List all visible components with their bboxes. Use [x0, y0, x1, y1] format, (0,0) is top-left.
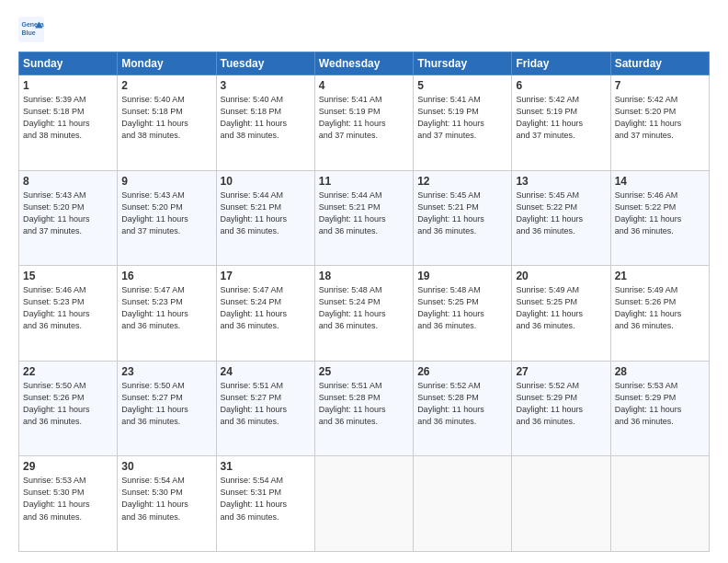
day-header-wednesday: Wednesday — [314, 52, 413, 75]
day-info: Sunrise: 5:52 AM Sunset: 5:28 PM Dayligh… — [417, 380, 507, 428]
day-number: 22 — [23, 365, 113, 378]
calendar-day-cell: 23Sunrise: 5:50 AM Sunset: 5:27 PM Dayli… — [118, 361, 216, 456]
day-info: Sunrise: 5:53 AM Sunset: 5:30 PM Dayligh… — [23, 475, 113, 523]
day-header-friday: Friday — [512, 52, 610, 75]
day-number: 9 — [121, 175, 211, 188]
day-info: Sunrise: 5:43 AM Sunset: 5:20 PM Dayligh… — [23, 190, 113, 237]
empty-cell — [610, 456, 709, 552]
day-header-monday: Monday — [118, 52, 216, 75]
header: General Blue — [18, 17, 710, 42]
day-header-tuesday: Tuesday — [216, 52, 314, 75]
calendar-day-cell: 30Sunrise: 5:54 AM Sunset: 5:30 PM Dayli… — [118, 456, 216, 552]
day-info: Sunrise: 5:51 AM Sunset: 5:27 PM Dayligh… — [221, 380, 311, 428]
day-number: 8 — [23, 175, 113, 188]
day-number: 1 — [23, 79, 113, 92]
calendar-day-cell: 25Sunrise: 5:51 AM Sunset: 5:28 PM Dayli… — [314, 361, 413, 456]
day-info: Sunrise: 5:50 AM Sunset: 5:26 PM Dayligh… — [23, 380, 113, 428]
calendar-day-cell: 2Sunrise: 5:40 AM Sunset: 5:18 PM Daylig… — [118, 75, 216, 171]
day-info: Sunrise: 5:52 AM Sunset: 5:29 PM Dayligh… — [516, 380, 606, 428]
day-number: 26 — [417, 365, 507, 378]
day-header-thursday: Thursday — [414, 52, 512, 75]
day-header-sunday: Sunday — [19, 52, 118, 75]
day-info: Sunrise: 5:42 AM Sunset: 5:20 PM Dayligh… — [615, 94, 705, 142]
calendar-day-cell: 15Sunrise: 5:46 AM Sunset: 5:23 PM Dayli… — [19, 266, 118, 362]
day-number: 19 — [417, 270, 507, 282]
day-number: 31 — [221, 460, 311, 473]
day-info: Sunrise: 5:42 AM Sunset: 5:19 PM Dayligh… — [516, 94, 606, 142]
day-number: 23 — [121, 365, 211, 378]
day-number: 14 — [615, 175, 705, 188]
day-number: 4 — [319, 79, 409, 92]
empty-cell — [314, 456, 413, 552]
day-info: Sunrise: 5:40 AM Sunset: 5:18 PM Dayligh… — [121, 94, 211, 142]
calendar-day-cell: 22Sunrise: 5:50 AM Sunset: 5:26 PM Dayli… — [19, 361, 118, 456]
day-info: Sunrise: 5:47 AM Sunset: 5:24 PM Dayligh… — [221, 284, 311, 332]
day-number: 15 — [23, 270, 113, 282]
day-number: 28 — [615, 365, 705, 378]
day-info: Sunrise: 5:46 AM Sunset: 5:22 PM Dayligh… — [615, 190, 705, 237]
day-info: Sunrise: 5:54 AM Sunset: 5:31 PM Dayligh… — [221, 475, 311, 523]
day-info: Sunrise: 5:41 AM Sunset: 5:19 PM Dayligh… — [417, 94, 507, 142]
calendar-day-cell: 11Sunrise: 5:44 AM Sunset: 5:21 PM Dayli… — [314, 170, 413, 266]
day-header-saturday: Saturday — [610, 52, 709, 75]
calendar-header-row: SundayMondayTuesdayWednesdayThursdayFrid… — [19, 52, 710, 75]
day-info: Sunrise: 5:44 AM Sunset: 5:21 PM Dayligh… — [319, 190, 409, 237]
calendar-day-cell: 9Sunrise: 5:43 AM Sunset: 5:20 PM Daylig… — [118, 170, 216, 266]
day-number: 16 — [121, 270, 211, 282]
day-number: 27 — [516, 365, 606, 378]
day-info: Sunrise: 5:41 AM Sunset: 5:19 PM Dayligh… — [319, 94, 409, 142]
empty-cell — [414, 456, 512, 552]
day-number: 25 — [319, 365, 409, 378]
calendar-day-cell: 17Sunrise: 5:47 AM Sunset: 5:24 PM Dayli… — [216, 266, 314, 362]
calendar-day-cell: 14Sunrise: 5:46 AM Sunset: 5:22 PM Dayli… — [610, 170, 709, 266]
day-info: Sunrise: 5:43 AM Sunset: 5:20 PM Dayligh… — [121, 190, 211, 237]
calendar-day-cell: 18Sunrise: 5:48 AM Sunset: 5:24 PM Dayli… — [314, 266, 413, 362]
calendar-day-cell: 21Sunrise: 5:49 AM Sunset: 5:26 PM Dayli… — [610, 266, 709, 362]
calendar-day-cell: 5Sunrise: 5:41 AM Sunset: 5:19 PM Daylig… — [414, 75, 512, 171]
day-info: Sunrise: 5:47 AM Sunset: 5:23 PM Dayligh… — [121, 284, 211, 332]
day-number: 11 — [319, 175, 409, 188]
day-info: Sunrise: 5:44 AM Sunset: 5:21 PM Dayligh… — [221, 190, 311, 237]
day-info: Sunrise: 5:51 AM Sunset: 5:28 PM Dayligh… — [319, 380, 409, 428]
calendar-day-cell: 31Sunrise: 5:54 AM Sunset: 5:31 PM Dayli… — [216, 456, 314, 552]
day-info: Sunrise: 5:45 AM Sunset: 5:22 PM Dayligh… — [516, 190, 606, 237]
day-number: 3 — [221, 79, 311, 92]
day-info: Sunrise: 5:40 AM Sunset: 5:18 PM Dayligh… — [221, 94, 311, 142]
calendar-day-cell: 27Sunrise: 5:52 AM Sunset: 5:29 PM Dayli… — [512, 361, 610, 456]
day-info: Sunrise: 5:49 AM Sunset: 5:26 PM Dayligh… — [615, 284, 705, 332]
calendar-table: SundayMondayTuesdayWednesdayThursdayFrid… — [18, 52, 710, 552]
calendar-day-cell: 6Sunrise: 5:42 AM Sunset: 5:19 PM Daylig… — [512, 75, 610, 171]
day-number: 21 — [615, 270, 705, 282]
calendar-day-cell: 16Sunrise: 5:47 AM Sunset: 5:23 PM Dayli… — [118, 266, 216, 362]
day-number: 2 — [121, 79, 211, 92]
empty-cell — [512, 456, 610, 552]
calendar-day-cell: 4Sunrise: 5:41 AM Sunset: 5:19 PM Daylig… — [314, 75, 413, 171]
calendar-day-cell: 20Sunrise: 5:49 AM Sunset: 5:25 PM Dayli… — [512, 266, 610, 362]
calendar-day-cell: 13Sunrise: 5:45 AM Sunset: 5:22 PM Dayli… — [512, 170, 610, 266]
day-number: 13 — [516, 175, 606, 188]
calendar-day-cell: 1Sunrise: 5:39 AM Sunset: 5:18 PM Daylig… — [19, 75, 118, 171]
day-info: Sunrise: 5:39 AM Sunset: 5:18 PM Dayligh… — [23, 94, 113, 142]
calendar-week-row: 8Sunrise: 5:43 AM Sunset: 5:20 PM Daylig… — [19, 170, 710, 266]
logo-icon: General Blue — [18, 17, 44, 42]
day-number: 29 — [23, 460, 113, 473]
day-number: 20 — [516, 270, 606, 282]
day-number: 30 — [121, 460, 211, 473]
day-number: 12 — [417, 175, 507, 188]
calendar-day-cell: 12Sunrise: 5:45 AM Sunset: 5:21 PM Dayli… — [414, 170, 512, 266]
day-info: Sunrise: 5:50 AM Sunset: 5:27 PM Dayligh… — [121, 380, 211, 428]
day-number: 10 — [221, 175, 311, 188]
day-info: Sunrise: 5:49 AM Sunset: 5:25 PM Dayligh… — [516, 284, 606, 332]
day-number: 24 — [221, 365, 311, 378]
day-number: 5 — [417, 79, 507, 92]
calendar-day-cell: 3Sunrise: 5:40 AM Sunset: 5:18 PM Daylig… — [216, 75, 314, 171]
day-number: 18 — [319, 270, 409, 282]
calendar-day-cell: 7Sunrise: 5:42 AM Sunset: 5:20 PM Daylig… — [610, 75, 709, 171]
day-info: Sunrise: 5:46 AM Sunset: 5:23 PM Dayligh… — [23, 284, 113, 332]
calendar-day-cell: 19Sunrise: 5:48 AM Sunset: 5:25 PM Dayli… — [414, 266, 512, 362]
calendar-day-cell: 8Sunrise: 5:43 AM Sunset: 5:20 PM Daylig… — [19, 170, 118, 266]
calendar-day-cell: 10Sunrise: 5:44 AM Sunset: 5:21 PM Dayli… — [216, 170, 314, 266]
calendar-day-cell: 24Sunrise: 5:51 AM Sunset: 5:27 PM Dayli… — [216, 361, 314, 456]
calendar-week-row: 22Sunrise: 5:50 AM Sunset: 5:26 PM Dayli… — [19, 361, 710, 456]
day-info: Sunrise: 5:48 AM Sunset: 5:24 PM Dayligh… — [319, 284, 409, 332]
